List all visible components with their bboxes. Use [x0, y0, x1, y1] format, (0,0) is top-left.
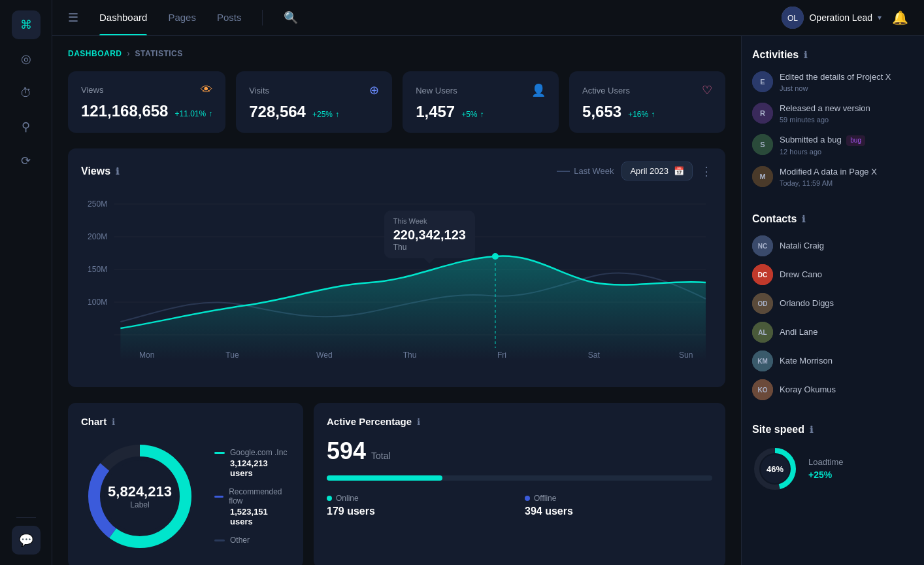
topnav-right: OL Operation Lead ▾ 🔔: [782, 7, 908, 29]
stat-activeusers: Active Users ♡ 5,653 +16% ↑: [569, 71, 725, 133]
stat-newusers-change: +5% ↑: [461, 110, 484, 119]
contact-avatar-2: OD: [752, 293, 773, 314]
svg-text:200M: 200M: [88, 232, 107, 241]
chevron-down-icon: ▾: [878, 13, 882, 22]
chart-card-info-icon: ℹ: [112, 417, 115, 427]
active-pct-title: Active Percentage: [327, 416, 412, 427]
stat-visits-change: +25% ↑: [312, 110, 339, 119]
activity-text-3: Modified A data in Page X: [780, 166, 877, 178]
svg-text:KO: KO: [758, 386, 768, 394]
site-speed-pct: 46%: [767, 464, 784, 473]
contact-name-3: Andi Lane: [780, 327, 818, 337]
loadtime-label: Loadtime: [808, 457, 843, 467]
more-options-icon[interactable]: ⋮: [701, 164, 712, 179]
legend-item-recommended: Recommended flow 1,523,151 users: [214, 487, 290, 526]
content-wrapper: DASHBOARD › STATISTICS Views 👁 121,168,6…: [52, 36, 924, 565]
activity-text-2: Submitted a bug bug: [780, 134, 865, 146]
svg-text:Wed: Wed: [316, 351, 333, 360]
activity-avatar-2: S: [752, 134, 773, 155]
progress-bar-fill: [327, 475, 442, 481]
menu-icon[interactable]: ☰: [68, 10, 78, 25]
active-pct-card: Active Percentage ℹ 594 Total: [314, 403, 725, 565]
sidebar-icon-command[interactable]: ⌘: [12, 10, 41, 39]
contacts-section: Contacts ℹ NC Natali Craig DC Drew Cano: [752, 213, 914, 408]
online-offline: Online 179 users Offline 394 users: [327, 494, 712, 517]
stat-newusers-label: New Users: [416, 86, 457, 95]
svg-text:E: E: [760, 78, 765, 86]
svg-text:KM: KM: [757, 358, 768, 365]
sidebar-icon-search[interactable]: ⚲: [12, 112, 41, 141]
calendar-icon: 📅: [674, 166, 684, 176]
activity-item-3: M Modified A data in Page X Today, 11:59…: [752, 166, 914, 187]
svg-text:250M: 250M: [88, 199, 107, 209]
stat-activeusers-value: 5,653: [582, 103, 621, 121]
contact-name-1: Drew Cano: [780, 269, 822, 279]
sidebar-icon-circle[interactable]: ◎: [12, 44, 41, 73]
activity-badge-bug: bug: [846, 135, 865, 146]
donut-chart: 5,824,213 Label: [81, 437, 199, 555]
svg-text:DC: DC: [758, 271, 767, 279]
activities-title: Activities ℹ: [752, 49, 914, 61]
activity-time-0: Just now: [780, 84, 891, 92]
sidebar-icon-history[interactable]: ⟳: [12, 146, 41, 175]
nav-pages[interactable]: Pages: [168, 0, 196, 35]
contact-4[interactable]: KM Kate Morrison: [752, 351, 914, 371]
main-area: ☰ Dashboard Pages Posts 🔍 OL Operation L…: [52, 0, 924, 565]
contact-0[interactable]: NC Natali Craig: [752, 235, 914, 256]
stat-views: Views 👁 121,168,658 +11.01% ↑: [68, 71, 225, 133]
last-week-legend: Last Week: [557, 166, 614, 176]
contact-avatar-4: KM: [752, 351, 773, 371]
breadcrumb-statistics[interactable]: STATISTICS: [135, 49, 183, 58]
contact-2[interactable]: OD Orlando Diggs: [752, 293, 914, 314]
chart-card-title: Chart: [81, 416, 107, 427]
bell-icon[interactable]: 🔔: [892, 10, 908, 26]
site-speed-section: Site speed ℹ 46% Loadtime +25%: [752, 424, 914, 492]
user-menu[interactable]: OL Operation Lead ▾: [782, 7, 882, 29]
loadtime-change: +25%: [808, 470, 843, 480]
avatar: OL: [782, 7, 804, 29]
nav-dashboard[interactable]: Dashboard: [99, 0, 147, 35]
contact-avatar-3: AL: [752, 322, 773, 343]
stats-grid: Views 👁 121,168,658 +11.01% ↑ Visits ⊕: [68, 71, 725, 133]
activity-avatar-0: E: [752, 71, 773, 92]
contact-name-2: Orlando Diggs: [780, 298, 834, 308]
stat-activeusers-label: Active Users: [582, 86, 630, 95]
svg-text:Fri: Fri: [497, 351, 506, 360]
donut-label: 5,824,213 Label: [108, 483, 172, 509]
svg-text:150M: 150M: [88, 265, 107, 274]
activity-item-1: R Released a new version 59 minutes ago: [752, 103, 914, 124]
topnav-divider: [262, 10, 263, 26]
legend-item-other: Other: [214, 536, 290, 545]
activity-text-1: Released a new version: [780, 103, 870, 114]
search-icon[interactable]: 🔍: [284, 10, 298, 25]
views-chart-section: Views ℹ Last Week April 2023 📅 ⋮: [68, 148, 725, 387]
contact-name-0: Natali Craig: [780, 241, 824, 250]
contact-1[interactable]: DC Drew Cano: [752, 264, 914, 285]
activities-section: Activities ℹ E Edited the details of Pro…: [752, 49, 914, 197]
breadcrumb-separator: ›: [127, 49, 130, 58]
svg-text:Tue: Tue: [225, 351, 239, 360]
views-chart-info-icon: ℹ: [116, 166, 119, 177]
stat-visits-label: Visits: [249, 86, 269, 95]
sidebar-icon-chat[interactable]: 💬: [12, 526, 41, 555]
breadcrumb-dashboard[interactable]: DASHBOARD: [68, 49, 122, 58]
activity-item-0: E Edited the details of Project X Just n…: [752, 71, 914, 92]
sidebar: ⌘ ◎ ⏱ ⚲ ⟳ 💬: [0, 0, 52, 565]
svg-text:Sun: Sun: [679, 351, 693, 360]
visits-icon: ⊕: [369, 83, 379, 97]
svg-text:OD: OD: [758, 300, 768, 307]
stat-newusers-value: 1,457: [416, 103, 455, 121]
contact-name-4: Kate Morrison: [780, 356, 833, 366]
nav-posts[interactable]: Posts: [217, 0, 242, 35]
stat-views-change: +11.01% ↑: [174, 109, 212, 118]
date-picker[interactable]: April 2023 📅: [621, 162, 693, 180]
status-offline: Offline 394 users: [525, 494, 712, 517]
contact-name-5: Koray Okumus: [780, 385, 836, 394]
chart-svg: 250M 200M 150M 100M: [81, 191, 712, 374]
sidebar-icon-clock[interactable]: ⏱: [12, 78, 41, 107]
stat-visits: Visits ⊕ 728,564 +25% ↑: [236, 71, 392, 133]
contact-3[interactable]: AL Andi Lane: [752, 322, 914, 343]
svg-text:NC: NC: [758, 243, 767, 250]
contact-5[interactable]: KO Koray Okumus: [752, 379, 914, 400]
stat-views-label: Views: [81, 85, 103, 95]
